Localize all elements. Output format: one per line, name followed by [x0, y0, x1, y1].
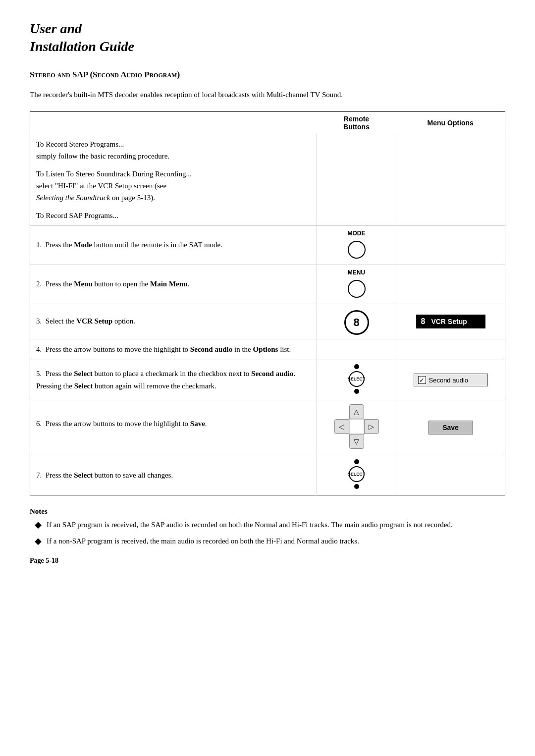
page-number: Page 5-18	[30, 557, 505, 565]
mode-button	[348, 241, 366, 259]
save-option: Save	[428, 421, 473, 434]
section-heading: Stereo and SAP (Second Audio Program)	[30, 70, 505, 80]
note-text-2: If a non-SAP program is received, the ma…	[47, 535, 359, 547]
table-row: To Record Stereo Programs... simply foll…	[30, 134, 505, 225]
record-sap-text: To Record SAP Programs...	[36, 210, 311, 221]
record-stereo-text: To Record Stereo Programs... simply foll…	[36, 138, 311, 162]
eight-button: 8	[344, 310, 369, 335]
menu-label: MENU	[323, 269, 390, 276]
step1-num: 1.	[36, 241, 46, 249]
table-row: 3. Select the VCR Setup option. 8 8 VCR …	[30, 304, 505, 339]
mode-label: MODE	[323, 230, 390, 237]
second-audio-checkbox: ✓	[418, 376, 426, 384]
note-text-1: If an SAP program is received, the SAP a…	[47, 519, 453, 531]
notes-title: Notes	[30, 507, 505, 516]
select-button-step7: SELECT	[346, 459, 368, 489]
table-row: 1. Press the Mode button until the remot…	[30, 225, 505, 265]
main-table: RemoteButtons Menu Options To Record Ste…	[30, 111, 505, 496]
note-bullet-1: ◆	[35, 519, 42, 531]
col-menu: Menu Options	[396, 111, 505, 134]
arrow-right: ▷	[364, 419, 379, 434]
arrow-down: ▽	[349, 434, 364, 449]
arrow-left: ◁	[334, 419, 349, 434]
vcr-setup-option: 8 VCR Setup	[416, 315, 485, 328]
intro-text: The recorder's built-in MTS decoder enab…	[30, 89, 505, 101]
note-item-1: ◆ If an SAP program is received, the SAP…	[30, 519, 505, 531]
table-row: 6. Press the arrow buttons to move the h…	[30, 400, 505, 455]
table-row: 5. Press the Select button to place a ch…	[30, 360, 505, 400]
arrow-up: △	[349, 404, 364, 419]
note-item-2: ◆ If a non-SAP program is received, the …	[30, 535, 505, 547]
menu-button	[348, 280, 366, 298]
arrow-cross-buttons: △ ◁ ▷ ▽	[334, 404, 379, 449]
second-audio-option: ✓ Second audio	[414, 374, 488, 386]
table-row: 7. Press the Select button to save all c…	[30, 455, 505, 495]
select-button-step5: SELECT	[346, 364, 368, 394]
listen-stereo-text: To Listen To Stereo Soundtrack During Re…	[36, 168, 311, 204]
notes-section: Notes ◆ If an SAP program is received, t…	[30, 507, 505, 547]
page-title: User and Installation Guide	[30, 20, 505, 56]
table-row: 4. Press the arrow buttons to move the h…	[30, 339, 505, 360]
table-row: 2. Press the Menu button to open the Mai…	[30, 265, 505, 304]
note-bullet-2: ◆	[35, 535, 42, 547]
col-remote: RemoteButtons	[317, 111, 396, 134]
